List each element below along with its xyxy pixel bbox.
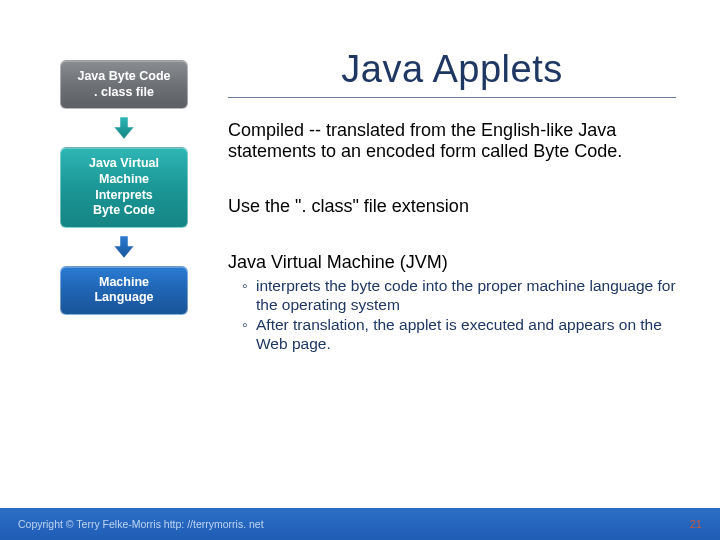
- flow-box-line: Byte Code: [67, 203, 181, 219]
- slide: Java Byte Code . class file Java Virtual…: [0, 0, 720, 540]
- flow-box-line: Java Byte Code: [67, 69, 181, 85]
- arrow-down-icon: [111, 115, 137, 141]
- paragraph-compiled: Compiled -- translated from the English-…: [228, 120, 676, 162]
- footer-copyright: Copyright © Terry Felke-Morris http: //t…: [18, 518, 264, 530]
- arrow-down-icon: [111, 234, 137, 260]
- jvm-sub-list: interprets the byte code into the proper…: [242, 277, 676, 353]
- flow-box-line: Machine: [67, 275, 181, 291]
- list-item: interprets the byte code into the proper…: [242, 277, 676, 314]
- flow-box-line: Language: [67, 290, 181, 306]
- list-item: After translation, the applet is execute…: [242, 316, 676, 353]
- flow-box-jvm: Java Virtual Machine Interprets Byte Cod…: [60, 147, 188, 228]
- paragraph-classext: Use the ". class" file extension: [228, 196, 676, 217]
- main-area: Java Byte Code . class file Java Virtual…: [0, 0, 720, 508]
- flow-box-line: Java Virtual Machine: [67, 156, 181, 187]
- page-number: 21: [690, 518, 702, 530]
- paragraph-jvm-block: Java Virtual Machine (JVM) interprets th…: [228, 252, 676, 354]
- flow-box-line: Interprets: [67, 188, 181, 204]
- paragraph-jvm-heading: Java Virtual Machine (JVM): [228, 252, 676, 273]
- flow-box-bytecode: Java Byte Code . class file: [60, 60, 188, 109]
- title-underline: [228, 97, 676, 98]
- page-title: Java Applets: [228, 48, 676, 91]
- flow-diagram: Java Byte Code . class file Java Virtual…: [0, 0, 200, 508]
- flow-box-machine: Machine Language: [60, 266, 188, 315]
- content-column: Java Applets Compiled -- translated from…: [200, 0, 720, 508]
- footer-bar: Copyright © Terry Felke-Morris http: //t…: [0, 508, 720, 540]
- flow-box-line: . class file: [67, 85, 181, 101]
